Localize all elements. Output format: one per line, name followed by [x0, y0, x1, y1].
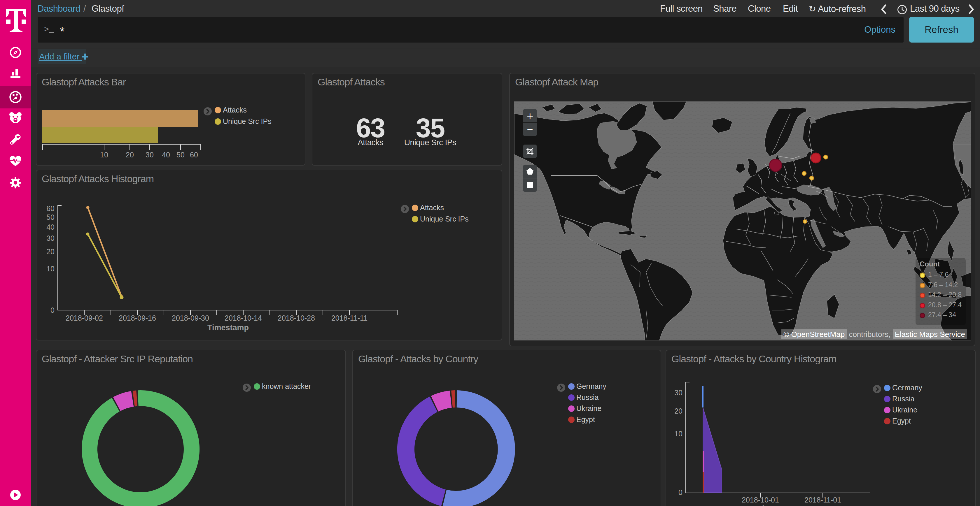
- svg-text:40: 40: [162, 151, 170, 159]
- svg-text:0: 0: [678, 488, 682, 496]
- svg-text:50: 50: [46, 213, 54, 221]
- svg-text:2018-10-14: 2018-10-14: [224, 314, 262, 322]
- svg-text:20: 20: [126, 151, 134, 159]
- svg-text:30: 30: [146, 151, 154, 159]
- svg-text:2018-09-16: 2018-09-16: [119, 314, 156, 322]
- svg-text:2018-11-01: 2018-11-01: [804, 496, 841, 504]
- svg-text:20: 20: [675, 407, 682, 415]
- svg-text:2018-11-11: 2018-11-11: [331, 314, 368, 322]
- svg-text:40: 40: [46, 223, 54, 231]
- svg-text:Timestamp: Timestamp: [207, 323, 249, 332]
- svg-text:60: 60: [46, 204, 54, 213]
- svg-text:30: 30: [46, 234, 54, 242]
- svg-text:0: 0: [51, 306, 54, 314]
- svg-text:30: 30: [675, 389, 682, 397]
- svg-text:60: 60: [190, 151, 198, 159]
- svg-text:10: 10: [100, 151, 108, 159]
- svg-text:2018-09-02: 2018-09-02: [65, 314, 103, 322]
- svg-text:20: 20: [46, 247, 54, 255]
- svg-text:2018-10-28: 2018-10-28: [278, 314, 315, 322]
- svg-text:10: 10: [675, 430, 682, 438]
- svg-text:10: 10: [46, 265, 54, 273]
- svg-text:2018-09-30: 2018-09-30: [172, 314, 209, 322]
- svg-text:50: 50: [177, 151, 185, 159]
- svg-text:2018-10-01: 2018-10-01: [742, 496, 779, 504]
- svg-text:Timestamp: Timestamp: [757, 504, 799, 506]
